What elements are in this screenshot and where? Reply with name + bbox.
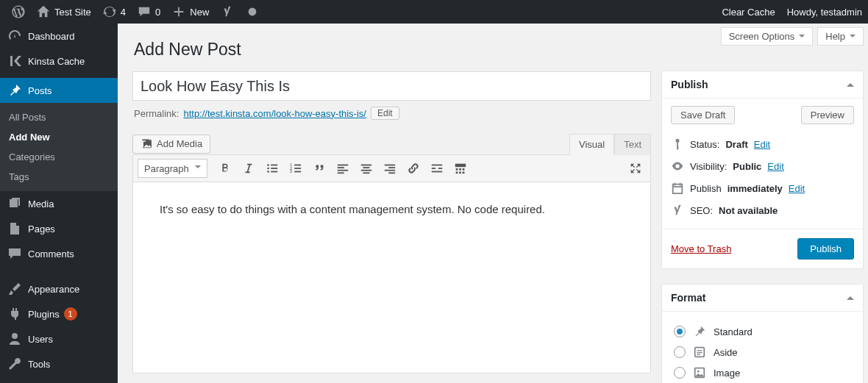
yoast-link[interactable] xyxy=(215,0,240,24)
caret-up-icon xyxy=(847,293,854,300)
new-link[interactable]: New xyxy=(166,0,215,24)
menu-kinsta[interactable]: Kinsta Cache xyxy=(0,49,118,74)
submenu-tags[interactable]: Tags xyxy=(0,167,118,187)
yoast-icon xyxy=(221,5,234,18)
key-icon xyxy=(671,137,684,151)
schedule-value: immediately xyxy=(728,183,783,194)
svg-rect-35 xyxy=(459,172,461,174)
preview-button[interactable]: Preview xyxy=(801,106,854,124)
admin-sidebar: Dashboard Kinsta Cache Posts All Posts A… xyxy=(0,24,118,383)
tab-visual[interactable]: Visual xyxy=(569,134,614,155)
pin-icon xyxy=(7,83,22,98)
move-to-trash-link[interactable]: Move to Trash xyxy=(671,243,731,254)
svg-rect-6 xyxy=(271,168,277,169)
format-metabox: Format Standard Aside xyxy=(661,284,864,383)
quote-button[interactable] xyxy=(309,158,330,179)
format-heading[interactable]: Format xyxy=(662,284,863,312)
dashboard-icon xyxy=(7,29,22,43)
menu-posts[interactable]: Posts xyxy=(0,78,118,103)
menu-tools[interactable]: Tools xyxy=(0,351,118,376)
menu-dashboard[interactable]: Dashboard xyxy=(0,24,118,49)
wp-logo[interactable] xyxy=(6,0,31,24)
site-link[interactable]: Test Site xyxy=(31,0,97,24)
more-button[interactable] xyxy=(427,158,447,179)
link-button[interactable] xyxy=(403,158,424,179)
bold-button[interactable] xyxy=(215,158,235,179)
status-indicator[interactable] xyxy=(240,0,265,24)
svg-rect-27 xyxy=(432,168,435,169)
menu-media[interactable]: Media xyxy=(0,191,118,216)
editor-text: It's so easy to do things with a content… xyxy=(160,203,545,215)
permalink-link[interactable]: http://test.kinsta.com/look-how-easy-thi… xyxy=(183,108,366,119)
svg-rect-19 xyxy=(363,167,369,168)
align-center-button[interactable] xyxy=(356,158,377,179)
status-edit-link[interactable]: Edit xyxy=(754,139,770,150)
clear-cache-link[interactable]: Clear Cache xyxy=(722,7,775,18)
meta-column: Publish Save Draft Preview Status: Draft… xyxy=(661,71,864,383)
refresh-icon xyxy=(103,5,116,18)
post-title-input[interactable] xyxy=(132,71,651,101)
editor-toolbar: Paragraph 123 xyxy=(132,154,651,182)
menu-appearance[interactable]: Appearance xyxy=(0,276,118,301)
permalink-label: Permalink: xyxy=(134,108,179,119)
svg-point-2 xyxy=(267,164,269,166)
permalink-edit-button[interactable]: Edit xyxy=(371,107,399,120)
publish-button[interactable]: Publish xyxy=(797,238,854,259)
seo-label: SEO: xyxy=(690,205,713,216)
svg-point-0 xyxy=(249,8,257,16)
submenu-categories[interactable]: Categories xyxy=(0,147,118,167)
updates-link[interactable]: 4 xyxy=(97,0,132,24)
align-right-button[interactable] xyxy=(380,158,400,179)
format-aside[interactable]: Aside xyxy=(674,346,851,359)
submenu-add-new[interactable]: Add New xyxy=(0,127,118,147)
screen-options-button[interactable]: Screen Options xyxy=(721,27,814,46)
howdy-link[interactable]: Howdy, testadmin xyxy=(787,7,862,18)
format-select[interactable]: Paragraph xyxy=(138,159,207,178)
svg-rect-12 xyxy=(294,168,301,169)
menu-comments[interactable]: Comments xyxy=(0,241,118,266)
schedule-edit-link[interactable]: Edit xyxy=(789,183,805,194)
submenu-all-posts[interactable]: All Posts xyxy=(0,107,118,127)
menu-label: Tools xyxy=(28,359,50,370)
svg-rect-16 xyxy=(338,170,348,171)
editor-body[interactable]: It's so easy to do things with a content… xyxy=(132,182,651,373)
publish-heading[interactable]: Publish xyxy=(662,71,863,99)
svg-rect-15 xyxy=(338,167,344,168)
ol-button[interactable]: 123 xyxy=(285,158,306,179)
svg-rect-30 xyxy=(455,164,466,168)
format-image[interactable]: Image xyxy=(674,366,851,379)
menu-pages[interactable]: Pages xyxy=(0,216,118,241)
visibility-label: Visibility: xyxy=(690,161,727,172)
home-icon xyxy=(37,5,50,18)
format-value: Paragraph xyxy=(144,163,189,174)
media-icon xyxy=(7,196,22,211)
svg-rect-33 xyxy=(462,168,464,171)
status-label: Status: xyxy=(690,139,719,150)
add-media-button[interactable]: Add Media xyxy=(132,135,210,154)
toolbar-toggle-button[interactable] xyxy=(450,158,471,179)
comments-count: 0 xyxy=(155,7,160,18)
svg-rect-32 xyxy=(459,168,461,171)
align-left-button[interactable] xyxy=(332,158,353,179)
menu-label: Comments xyxy=(28,248,74,259)
help-button[interactable]: Help xyxy=(817,27,864,46)
visibility-edit-link[interactable]: Edit xyxy=(767,161,783,172)
publish-metabox: Publish Save Draft Preview Status: Draft… xyxy=(661,71,864,269)
menu-users[interactable]: Users xyxy=(0,326,118,351)
kinsta-icon xyxy=(7,54,22,68)
ul-button[interactable] xyxy=(262,158,282,179)
fullscreen-button[interactable] xyxy=(625,158,646,179)
svg-rect-21 xyxy=(363,172,369,173)
help-label: Help xyxy=(825,31,845,42)
format-standard[interactable]: Standard xyxy=(674,325,851,338)
save-draft-button[interactable]: Save Draft xyxy=(671,106,735,124)
svg-rect-28 xyxy=(438,168,442,169)
menu-plugins[interactable]: Plugins 1 xyxy=(0,301,118,326)
menu-label: Pages xyxy=(28,223,55,235)
tab-text[interactable]: Text xyxy=(614,134,651,155)
italic-button[interactable] xyxy=(238,158,259,179)
radio-icon xyxy=(674,346,686,358)
svg-rect-34 xyxy=(455,172,458,174)
media-icon xyxy=(140,138,152,150)
comments-link[interactable]: 0 xyxy=(132,0,166,24)
